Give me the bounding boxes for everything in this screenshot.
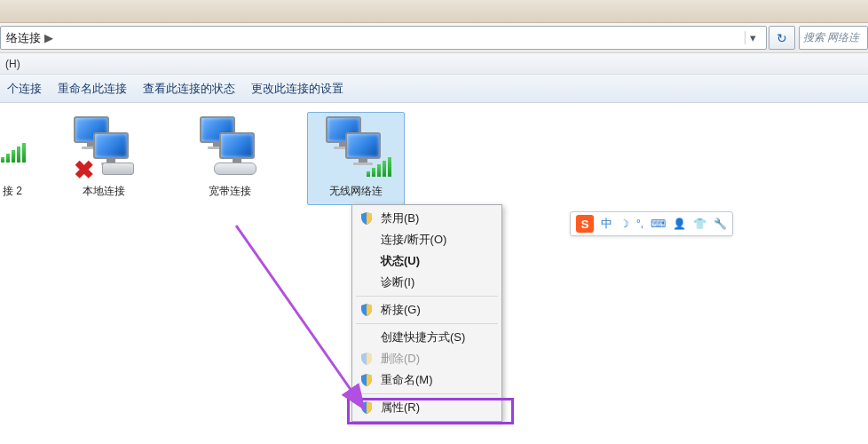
menu-label: 删除(D): [381, 351, 420, 367]
wrench-icon[interactable]: 🔧: [714, 218, 727, 230]
address-dropdown-icon[interactable]: ▾: [745, 31, 761, 44]
search-placeholder: 搜索 网络连: [803, 30, 859, 45]
context-menu-item-delete: 删除(D): [354, 348, 500, 369]
menu-label: 连接/断开(O): [381, 232, 446, 248]
connection-item[interactable]: 接 2: [0, 112, 27, 205]
shield-icon: [359, 352, 374, 366]
toolbar-item[interactable]: 重命名此连接: [58, 81, 127, 97]
keyboard-icon[interactable]: ⌨: [651, 218, 666, 230]
shirt-icon[interactable]: 👕: [693, 218, 706, 230]
cable-icon: [102, 163, 134, 175]
connection-label: 接 2: [3, 184, 22, 199]
menu-label: 状态(U): [381, 253, 420, 269]
sogou-logo-icon[interactable]: S: [576, 215, 594, 233]
ime-lang-button[interactable]: 中: [601, 216, 612, 232]
ime-toolbar[interactable]: S 中 ☽ °, ⌨ 👤 👕 🔧: [570, 211, 733, 236]
context-menu-separator: [356, 296, 498, 297]
connection-item-selected[interactable]: 无线网络连: [307, 112, 405, 205]
connection-label: 本地连接: [83, 184, 125, 199]
connections-row: 接 2 ✖ 本地连接 宽带连接: [0, 112, 868, 205]
menu-label: 桥接(G): [381, 302, 421, 318]
connection-item[interactable]: 宽带连接: [181, 112, 279, 205]
address-bar[interactable]: 络连接 ▶ ▾: [0, 26, 767, 50]
menu-label: 诊断(I): [381, 274, 414, 290]
window-chrome: [0, 0, 868, 23]
search-input[interactable]: 搜索 网络连: [799, 26, 868, 50]
refresh-icon: ↻: [777, 31, 787, 45]
menu-label: 属性(R): [381, 400, 420, 416]
punct-icon[interactable]: °,: [636, 218, 643, 230]
context-menu-item-connect[interactable]: 连接/断开(O): [354, 229, 500, 250]
breadcrumb-arrow-icon: ▶: [44, 31, 53, 44]
connection-item[interactable]: ✖ 本地连接: [55, 112, 153, 205]
connection-icon: [194, 116, 265, 178]
refresh-button[interactable]: ↻: [769, 26, 795, 50]
context-menu-item-bridge[interactable]: 桥接(G): [354, 299, 500, 321]
context-menu-item-shortcut[interactable]: 创建快捷方式(S): [354, 327, 500, 348]
shield-icon: [359, 400, 374, 415]
menu-label: 创建快捷方式(S): [381, 329, 465, 345]
breadcrumb: 络连接: [6, 30, 41, 46]
shield-icon: [359, 373, 374, 387]
shield-icon: [359, 211, 374, 226]
context-menu-item-diagnose[interactable]: 诊断(I): [354, 272, 500, 293]
modem-icon: [214, 163, 256, 175]
context-menu-item-status[interactable]: 状态(U): [354, 250, 500, 272]
x-icon: ✖: [74, 155, 94, 185]
toolbar-item[interactable]: 查看此连接的状态: [143, 81, 235, 97]
connection-icon: ✖: [68, 116, 139, 178]
context-menu-item-properties[interactable]: 属性(R): [354, 397, 500, 418]
shield-icon: [359, 303, 374, 317]
context-menu-separator: [356, 323, 498, 324]
context-menu: 禁用(B) 连接/断开(O) 状态(U) 诊断(I) 桥接(G) 创建快捷方式(…: [351, 204, 502, 422]
connection-icon: [3, 116, 26, 178]
connection-icon: [320, 116, 391, 178]
context-menu-item-disable[interactable]: 禁用(B): [354, 208, 500, 229]
connection-label: 宽带连接: [209, 184, 251, 199]
connection-label: 无线网络连: [329, 184, 383, 199]
toolbar-item[interactable]: 更改此连接的设置: [251, 81, 343, 97]
toolbar-item[interactable]: 个连接: [7, 81, 42, 97]
menu-help[interactable]: (H): [5, 58, 20, 70]
person-icon[interactable]: 👤: [673, 218, 686, 230]
address-row: 络连接 ▶ ▾ ↻ 搜索 网络连: [0, 23, 868, 53]
signal-icon: [367, 157, 391, 177]
toolbar: 个连接 重命名此连接 查看此连接的状态 更改此连接的设置: [0, 75, 868, 103]
moon-icon[interactable]: ☽: [619, 218, 629, 230]
context-menu-item-rename[interactable]: 重命名(M): [354, 369, 500, 391]
context-menu-separator: [356, 393, 498, 394]
menu-label: 禁用(B): [381, 210, 419, 226]
menu-bar: (H): [0, 53, 868, 75]
menu-label: 重命名(M): [381, 372, 433, 388]
